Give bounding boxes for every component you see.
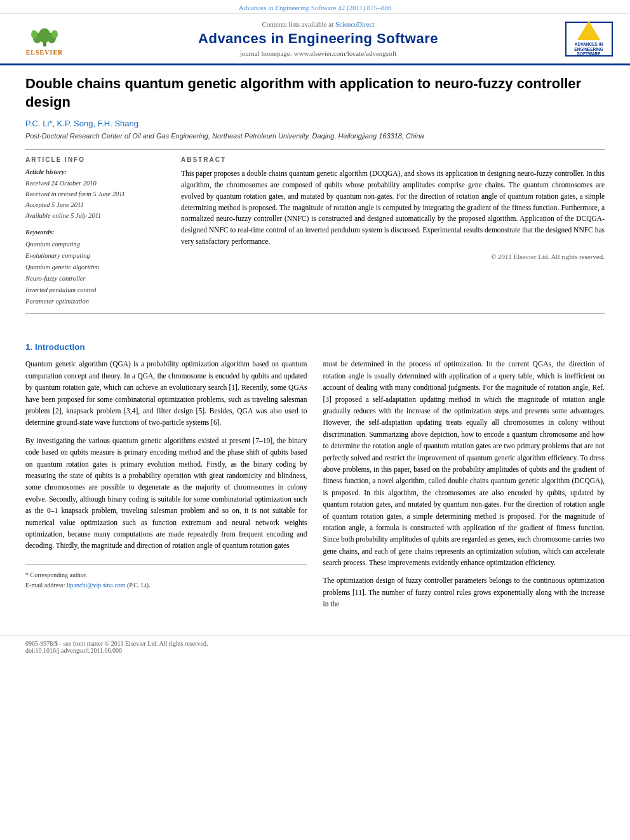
journal-center-info: Contents lists available at ScienceDirec… [76, 20, 560, 57]
available-date: Available online 5 July 2011 [25, 211, 165, 222]
elsevier-brand-label: ELSEVIER [26, 49, 64, 56]
section1-para-2: By investigating the various quantum gen… [25, 435, 307, 552]
article-info-abstract-section: ARTICLE INFO Article history: Received 2… [25, 156, 605, 307]
journal-title: Advances in Engineering Software [83, 30, 554, 47]
section1-title: 1. Introduction [25, 342, 605, 352]
corresponding-author-note: * Corresponding author. [25, 570, 307, 580]
email-note: E-mail address: lipanchi@vip.sina.com (P… [25, 580, 307, 590]
journal-logo-right: ADVANCES INENGINEERINGSOFTWARE [560, 22, 617, 57]
email-person-suffix: (P.C. Li). [127, 582, 151, 589]
es-logo-text: ADVANCES INENGINEERINGSOFTWARE [574, 42, 603, 57]
copyright-line: © 2011 Elsevier Ltd. All rights reserved… [181, 253, 605, 260]
divider-above-article-info [25, 149, 605, 150]
keyword-1: Quantum computing [25, 239, 165, 250]
page-footer: 0965-9978/$ - see front matter © 2011 El… [0, 636, 630, 658]
es-logo-box: ADVANCES INENGINEERINGSOFTWARE [565, 22, 613, 57]
section1-right-para-1: must be determined in the process of opt… [323, 358, 605, 568]
paper-affiliation: Post-Doctoral Research Center of Oil and… [25, 132, 605, 140]
abstract-section-label: ABSTRACT [181, 156, 605, 163]
paper-authors: P.C. Li*, K.P. Song, F.H. Shang [25, 119, 605, 128]
keyword-4: Neuro-fuzzy controller [25, 273, 165, 284]
journal-reference-text: Advances in Engineering Software 42 (201… [239, 4, 391, 11]
keyword-6: Parameter optimization [25, 296, 165, 307]
paper-header-section: Double chains quantum genetic algorithm … [0, 65, 630, 333]
elsevier-tree-icon [27, 22, 62, 48]
paper-title: Double chains quantum genetic algorithm … [25, 75, 605, 111]
revised-date: Received in revised form 5 June 2011 [25, 189, 165, 200]
abstract-text: This paper proposes a double chains quan… [181, 168, 605, 248]
footer-copyright: 0965-9978/$ - see front matter © 2011 El… [25, 640, 605, 647]
article-info-column: ARTICLE INFO Article history: Received 2… [25, 156, 165, 307]
sciencedirect-link[interactable]: ScienceDirect [335, 20, 375, 28]
section1-para-1: Quantum genetic algorithm (QGA) is a pro… [25, 358, 307, 428]
email-label: E-mail address: [25, 582, 65, 589]
received-date: Received 24 October 2010 [25, 178, 165, 189]
section1-right-para-2: The optimization design of fuzzy control… [323, 575, 605, 610]
section1-columns: Quantum genetic algorithm (QGA) is a pro… [25, 358, 605, 616]
accepted-date: Accepted 5 June 2011 [25, 200, 165, 211]
sciencedirect-line: Contents lists available at ScienceDirec… [83, 20, 554, 28]
main-body-section: 1. Introduction Quantum genetic algorith… [0, 333, 630, 629]
email-value[interactable]: lipanchi@vip.sina.com [67, 582, 126, 589]
journal-reference-bar: Advances in Engineering Software 42 (201… [0, 0, 630, 14]
svg-point-4 [31, 30, 37, 38]
journal-header: ELSEVIER Contents lists available at Sci… [0, 14, 630, 65]
divider-below-abstract [25, 313, 605, 314]
article-history-label: Article history: [25, 168, 165, 175]
section1-right-column: must be determined in the process of opt… [323, 358, 605, 616]
article-info-section-label: ARTICLE INFO [25, 156, 165, 163]
section1-left-column: Quantum genetic algorithm (QGA) is a pro… [25, 358, 307, 616]
keyword-3: Quantum genetic algorithm [25, 262, 165, 273]
svg-point-5 [51, 30, 58, 38]
footnotes-area: * Corresponding author. E-mail address: … [25, 564, 307, 590]
journal-homepage: journal homepage: www.elsevier.com/locat… [83, 50, 554, 57]
elsevier-logo: ELSEVIER [13, 22, 76, 56]
footer-doi: doi:10.1016/j.advengsoft.2011.06.006 [25, 647, 605, 654]
keyword-5: Inverted pendulum control [25, 284, 165, 296]
abstract-column: ABSTRACT This paper proposes a double ch… [181, 156, 605, 307]
keywords-label: Keywords: [25, 229, 165, 236]
logo-triangle [577, 21, 600, 40]
keyword-2: Evolutionary computing [25, 250, 165, 262]
